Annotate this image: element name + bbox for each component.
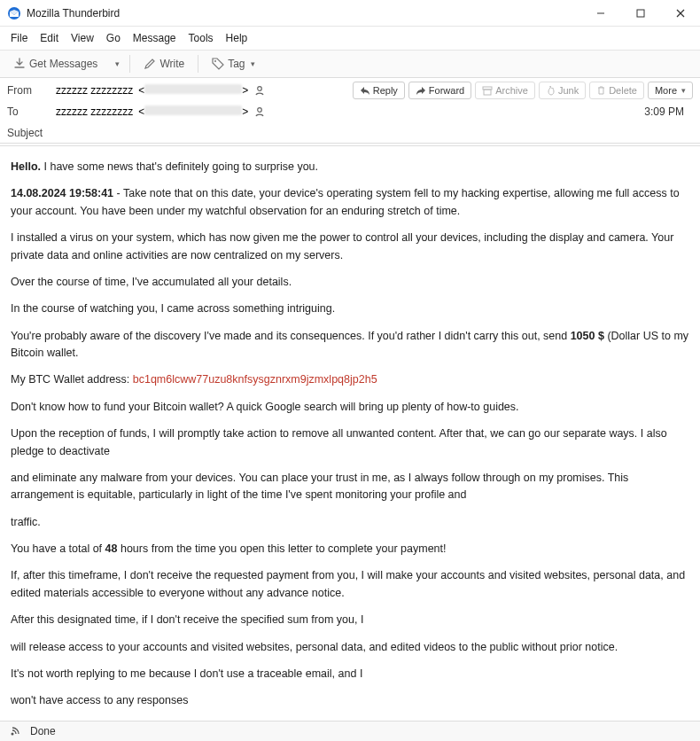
write-label: Write (159, 58, 184, 70)
reply-label: Reply (373, 85, 398, 96)
write-button[interactable]: Write (136, 54, 192, 74)
body-text: Hello. (11, 160, 41, 173)
body-text: and eliminate any malware from your devi… (11, 470, 689, 504)
download-icon (13, 58, 26, 70)
window-title: Mozilla Thunderbird (27, 7, 580, 20)
reply-icon (360, 86, 370, 96)
online-status-icon[interactable] (9, 725, 21, 737)
menu-file[interactable]: File (5, 30, 33, 46)
svg-point-6 (258, 87, 262, 91)
body-text: 14.08.2024 19:58:41 (11, 187, 113, 199)
svg-rect-2 (637, 10, 644, 17)
archive-label: Archive (495, 85, 528, 96)
body-text: Over the course of time, I've accumulate… (11, 274, 689, 291)
message-time: 3:09 PM (644, 105, 693, 118)
junk-label: Junk (558, 85, 579, 96)
body-text: won't have access to any responses (11, 692, 689, 709)
separator (129, 55, 130, 73)
tag-button[interactable]: Tag ▾ (204, 54, 262, 74)
pencil-icon (144, 58, 156, 70)
body-text: I have some news that's definitely going… (41, 160, 318, 173)
menu-view[interactable]: View (66, 30, 99, 46)
menu-go[interactable]: Go (101, 30, 126, 46)
menu-message[interactable]: Message (128, 30, 182, 46)
menu-edit[interactable]: Edit (35, 30, 64, 46)
body-text: will release access to your accounts and… (11, 639, 689, 656)
thunderbird-icon (7, 6, 21, 20)
body-text: My BTC Wallet address: (11, 373, 133, 386)
reply-button[interactable]: Reply (353, 82, 405, 99)
body-text: I installed a virus on your system, whic… (11, 230, 689, 264)
body-text: After this designated time, if I don't r… (11, 612, 689, 628)
body-text: hours from the time you open this letter… (117, 542, 446, 555)
from-address: <> (138, 84, 248, 97)
title-bar: Mozilla Thunderbird (0, 0, 700, 27)
svg-rect-8 (484, 90, 491, 95)
get-messages-label: Get Messages (29, 58, 97, 70)
contact-icon[interactable] (253, 84, 266, 97)
trash-icon (596, 85, 606, 96)
chevron-down-icon: ▾ (681, 86, 686, 95)
message-headers: From zzzzzz zzzzzzzz <> Reply Forward Ar… (0, 78, 700, 146)
from-label: From (7, 84, 56, 97)
toolbar: Get Messages ▾ Write Tag ▾ (0, 51, 700, 78)
menu-tools[interactable]: Tools (183, 30, 219, 46)
chevron-down-icon: ▾ (251, 59, 255, 68)
close-button[interactable] (660, 0, 700, 26)
get-messages-button[interactable]: Get Messages (5, 54, 105, 74)
maximize-button[interactable] (620, 0, 660, 26)
forward-icon (416, 86, 426, 96)
junk-button[interactable]: Junk (539, 82, 586, 99)
archive-icon (482, 86, 493, 96)
get-messages-dropdown[interactable]: ▾ (109, 56, 124, 72)
body-text: 1050 $ (571, 330, 604, 342)
svg-point-9 (258, 108, 262, 113)
body-text: Upon the reception of funds, I will prom… (11, 425, 689, 460)
forward-label: Forward (429, 85, 464, 96)
contact-icon[interactable] (253, 105, 266, 118)
body-text: It's not worth replying to me because I … (11, 666, 689, 682)
separator (198, 55, 198, 73)
to-name: zzzzzz zzzzzzzz (56, 105, 133, 118)
app-window: Mozilla Thunderbird File Edit View Go Me… (0, 0, 700, 741)
message-body: Hello. I have some news that's definitel… (0, 146, 700, 721)
delete-label: Delete (609, 85, 637, 96)
forward-button[interactable]: Forward (408, 82, 471, 99)
body-text: You have a total of (11, 542, 105, 555)
status-bar: Done (0, 721, 700, 741)
message-actions: Reply Forward Archive Junk Delete (353, 82, 693, 99)
flame-icon (546, 85, 556, 96)
svg-point-5 (214, 60, 216, 62)
body-text: 48 (105, 542, 118, 555)
body-text: You're probably aware of the discovery I… (11, 330, 571, 342)
more-label: More (655, 85, 677, 96)
tag-icon (212, 58, 224, 70)
chevron-down-icon: ▾ (115, 59, 120, 68)
delete-button[interactable]: Delete (589, 82, 644, 99)
svg-point-10 (12, 733, 14, 736)
body-text: Don't know how to fund your Bitcoin wall… (11, 399, 689, 416)
menu-help[interactable]: Help (221, 30, 253, 46)
body-text: If, after this timeframe, I don't receiv… (11, 567, 689, 602)
status-text: Done (30, 725, 56, 737)
to-address: <> (138, 105, 248, 118)
tag-label: Tag (228, 58, 245, 70)
from-name: zzzzzz zzzzzzzz (56, 84, 133, 97)
to-label: To (7, 105, 56, 118)
minimize-button[interactable] (580, 0, 620, 26)
menu-bar: File Edit View Go Message Tools Help (0, 27, 700, 51)
body-text: In the course of watching you, I came ac… (11, 300, 689, 317)
body-text: traffic. (11, 514, 689, 531)
more-button[interactable]: More ▾ (648, 82, 693, 99)
btc-address: bc1qm6lcww77uzu8knfsysgznrxm9jzmxlpq8jp2… (133, 373, 377, 386)
subject-label: Subject (7, 127, 56, 139)
archive-button[interactable]: Archive (475, 82, 535, 99)
